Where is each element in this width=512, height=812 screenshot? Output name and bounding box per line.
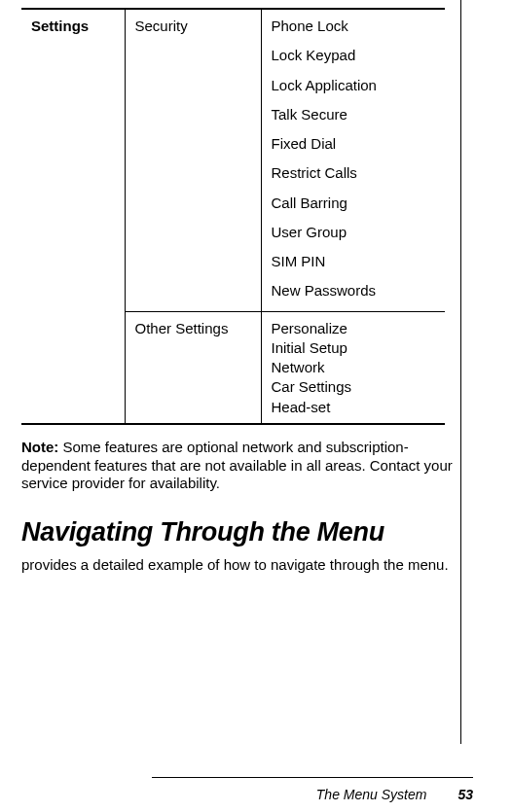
table-col-settings: Settings — [21, 9, 125, 424]
section-heading: Navigating Through the Menu — [21, 518, 440, 547]
security-item: Lock Application — [272, 77, 436, 93]
security-item: Call Barring — [272, 194, 436, 211]
security-item: Lock Keypad — [272, 47, 436, 63]
other-item: Head-set — [272, 399, 436, 415]
page-number: 53 — [457, 787, 473, 802]
section-paragraph: provides a detailed example of how to na… — [21, 556, 455, 575]
other-item: Personalize — [272, 320, 436, 336]
security-item: Talk Secure — [272, 106, 436, 123]
table-cell-security-label: Security — [125, 9, 261, 311]
settings-table: Settings Security Phone Lock Lock Keypad… — [21, 8, 445, 425]
vertical-divider — [460, 0, 461, 744]
note-label: Note: — [21, 439, 63, 455]
security-item: Restrict Calls — [272, 164, 436, 181]
table-cell-other-items: Personalize Initial Setup Network Car Se… — [261, 311, 445, 424]
security-item: Phone Lock — [272, 18, 436, 34]
security-item: User Group — [272, 224, 436, 240]
table-cell-security-items: Phone Lock Lock Keypad Lock Application … — [261, 9, 445, 311]
security-item: New Passwords — [272, 282, 436, 299]
footer-title: The Menu System — [316, 787, 427, 802]
note-paragraph: Note: Some features are optional network… — [21, 439, 459, 493]
table-cell-other-label: Other Settings — [125, 311, 261, 424]
footer-rule — [152, 777, 473, 778]
security-item: SIM PIN — [272, 253, 436, 269]
other-item: Network — [272, 359, 436, 375]
note-body: Some features are optional network and s… — [21, 439, 453, 492]
security-item: Fixed Dial — [272, 135, 436, 152]
other-item: Car Settings — [272, 378, 436, 395]
other-item: Initial Setup — [272, 339, 436, 356]
